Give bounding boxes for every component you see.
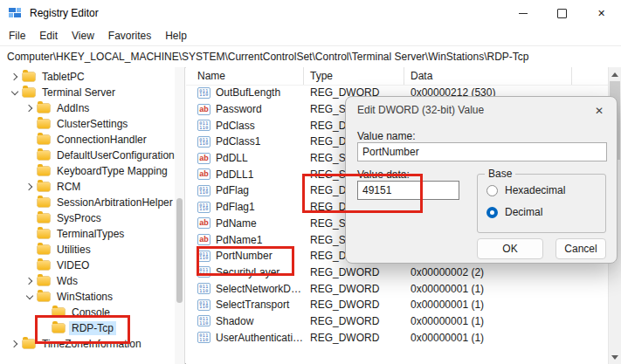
column-header-name[interactable]: Name: [186, 67, 304, 85]
window-title: Registry Editor: [30, 7, 99, 19]
value-name-cell: 011 110SelectTransport: [186, 299, 304, 311]
reg-dword-icon: 011 110: [197, 283, 210, 294]
chevron-right-icon[interactable]: [9, 341, 21, 347]
reg-sz-icon: ab: [197, 153, 210, 164]
close-button[interactable]: ✕: [582, 0, 621, 26]
tree-item-addins[interactable]: AddIns: [0, 100, 184, 116]
tree-vertical-scrollbar[interactable]: [175, 67, 184, 364]
chevron-right-icon[interactable]: [24, 184, 36, 189]
value-name: Password: [216, 103, 304, 115]
reg-dword-icon: 011 110: [197, 87, 210, 99]
menu-view[interactable]: View: [65, 27, 101, 45]
column-header-data[interactable]: Data: [404, 67, 572, 85]
tree-item-clustersettings[interactable]: ClusterSettings: [0, 116, 184, 132]
value-name-label: Value name:: [357, 130, 416, 142]
menu-favorites[interactable]: Favorites: [101, 27, 158, 45]
value-type: REG_DWORD: [304, 299, 404, 311]
tree-item-utilities[interactable]: Utilities: [0, 242, 184, 258]
scroll-down-icon[interactable]: [609, 351, 621, 363]
value-name: PdFlag: [216, 184, 304, 196]
tree: TabletPCTerminal ServerAddInsClusterSett…: [0, 69, 184, 352]
radio-hexadecimal-icon[interactable]: [486, 185, 498, 196]
tree-item-label: WinStations: [54, 290, 115, 304]
tree-item-tabletpc[interactable]: TabletPC: [0, 69, 184, 85]
reg-dword-icon: 011 110: [197, 251, 210, 262]
tree-item-defaultuserconfiguration[interactable]: DefaultUserConfiguration: [0, 148, 184, 163]
tree-item-connectionhandler[interactable]: ConnectionHandler: [0, 132, 184, 148]
tree-item-label: ConnectionHandler: [54, 133, 149, 147]
base-groupbox: Base Hexadecimal Decimal: [477, 174, 606, 233]
cancel-button[interactable]: Cancel: [555, 238, 606, 259]
value-name-field[interactable]: PortNumber: [357, 142, 607, 161]
value-name-cell: 011 110PdClass: [186, 120, 304, 132]
minimize-button[interactable]: [503, 0, 542, 26]
tree-item-label: TimeZoneInformation: [39, 337, 144, 351]
tree-item-video[interactable]: VIDEO: [0, 258, 184, 273]
value-name: PdDLL1: [216, 168, 304, 181]
value-type: REG_DWORD: [304, 332, 404, 344]
chevron-right-icon[interactable]: [9, 74, 21, 79]
chevron-down-icon[interactable]: [9, 91, 21, 94]
reg-dword-icon: 011 110: [197, 266, 210, 278]
menu-help[interactable]: Help: [158, 27, 194, 45]
folder-icon: [23, 88, 35, 97]
menu-file[interactable]: File: [2, 27, 32, 45]
scroll-up-icon[interactable]: [609, 68, 621, 80]
tree-item-sessionarbitrationhelper[interactable]: SessionArbitrationHelper: [0, 195, 184, 210]
address-bar-input[interactable]: Computer\HKEY_LOCAL_MACHINE\SYSTEM\Curre…: [7, 51, 529, 63]
tree-item-rdp-tcp[interactable]: RDP-Tcp: [0, 320, 184, 336]
tree-item-terminal-server[interactable]: Terminal Server: [0, 85, 184, 100]
chevron-down-icon[interactable]: [24, 295, 36, 299]
radio-decimal-label: Decimal: [505, 206, 542, 218]
registry-tree-pane: TabletPCTerminal ServerAddInsClusterSett…: [0, 67, 185, 364]
value-name-cell: abPdDLL1: [186, 168, 304, 181]
value-name: PdClass1: [216, 135, 304, 148]
edit-dword-dialog: Edit DWORD (32-bit) Value ✕ Value name: …: [345, 96, 618, 264]
value-type: REG_DWORD: [304, 266, 404, 278]
tree-item-terminaltypes[interactable]: TerminalTypes: [0, 226, 184, 242]
maximize-button[interactable]: [542, 0, 582, 26]
folder-icon: [38, 277, 50, 285]
registry-value-row-userauthentication[interactable]: 011 110UserAuthenticationREG_DWORD0x0000…: [186, 329, 609, 346]
folder-icon: [23, 72, 35, 81]
value-name: OutBufLength: [216, 86, 304, 99]
tree-scrollbar-thumb[interactable]: [176, 198, 183, 303]
tree-item-rcm[interactable]: RCM: [0, 179, 184, 195]
tree-item-console[interactable]: Console: [0, 305, 184, 320]
value-data-field[interactable]: 49151: [357, 181, 459, 200]
value-name: UserAuthentication: [216, 332, 304, 344]
tree-item-label: TerminalTypes: [54, 227, 127, 241]
ok-button[interactable]: OK: [477, 238, 543, 259]
value-name-cell: 011 110PdFlag1: [186, 201, 304, 213]
radio-hexadecimal[interactable]: Hexadecimal: [486, 184, 565, 196]
window-controls: ✕: [503, 0, 621, 26]
value-data: 0x00000001 (1): [404, 315, 609, 327]
radio-decimal-icon[interactable]: [486, 207, 498, 218]
tree-item-timezoneinformation[interactable]: TimeZoneInformation: [0, 336, 184, 352]
tree-item-label: SessionArbitrationHelper: [54, 196, 176, 209]
chevron-right-icon[interactable]: [24, 106, 36, 111]
tree-item-wds[interactable]: Wds: [0, 273, 184, 289]
tree-item-label: RDP-Tcp: [69, 321, 116, 335]
value-type: REG_DWORD: [304, 283, 404, 295]
tree-item-winstations[interactable]: WinStations: [0, 289, 184, 305]
registry-value-row-selecttransport[interactable]: 011 110SelectTransportREG_DWORD0x0000000…: [186, 297, 609, 313]
column-header-type[interactable]: Type: [304, 67, 404, 85]
registry-value-row-selectnetworkdetect[interactable]: 011 110SelectNetworkDetectREG_DWORD0x000…: [186, 280, 609, 297]
tree-item-keyboardtype-mapping[interactable]: KeyboardType Mapping: [0, 163, 184, 179]
value-name-cell: 011 110SelectNetworkDetect: [186, 283, 304, 295]
tree-item-label: VIDEO: [54, 258, 92, 272]
value-data-label: Value data:: [357, 168, 410, 181]
radio-decimal[interactable]: Decimal: [486, 206, 542, 218]
dialog-close-button[interactable]: ✕: [592, 104, 606, 118]
value-name-cell: abPdName: [186, 217, 304, 230]
tree-item-sysprocs[interactable]: SysProcs: [0, 210, 184, 226]
value-name: PortNumber: [216, 250, 304, 262]
registry-value-row-securitylayer[interactable]: 011 110SecurityLayerREG_DWORD0x00000002 …: [186, 264, 609, 281]
value-data: 0x00000002 (2): [404, 266, 609, 278]
registry-value-row-shadow[interactable]: 011 110ShadowREG_DWORD0x00000001 (1): [186, 313, 609, 330]
menu-edit[interactable]: Edit: [32, 27, 65, 45]
chevron-right-icon[interactable]: [24, 278, 36, 284]
reg-dword-icon: 011 110: [197, 315, 210, 326]
folder-icon: [38, 230, 50, 238]
